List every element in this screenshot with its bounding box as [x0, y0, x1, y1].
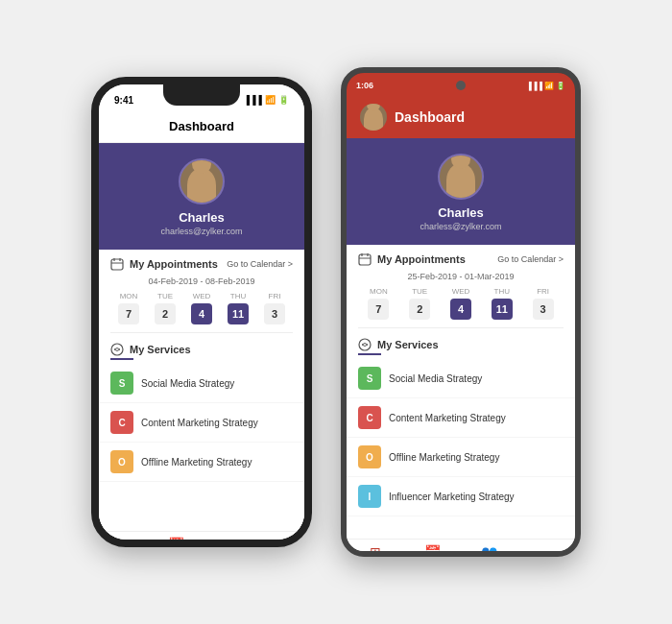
ios-profile-section: Charles charless@zylker.com — [99, 143, 304, 250]
android-nav-calendar[interactable]: 📅 Calendar — [404, 540, 462, 557]
android-profile-section: Charles charless@zylker.com — [347, 138, 575, 245]
android-service-o[interactable]: O Offline Marketing Strategy — [347, 438, 575, 477]
android-appointments-title-row: My Appointments — [358, 252, 466, 266]
android-status-icons: ▐▐▐ 📶 🔋 — [526, 82, 565, 90]
android-more-icon: ⋯ — [540, 544, 553, 557]
android-scroll-content[interactable]: My Appointments Go to Calendar > 25-Feb-… — [347, 245, 575, 539]
ios-services-header: My Services — [99, 337, 304, 358]
android-nav-more[interactable]: ⋯ More — [518, 540, 576, 557]
ios-time: 9:41 — [114, 95, 133, 106]
signal-icon: ▐▐▐ — [244, 95, 262, 105]
android-nav-bar: Dashboard — [347, 96, 575, 138]
android-camera — [456, 81, 466, 90]
android-service-icon-o: O — [358, 445, 381, 468]
ios-service-c[interactable]: C Content Marketing Strategy — [99, 403, 304, 443]
android-appointments-label: My Appointments — [377, 253, 466, 265]
svg-rect-5 — [359, 254, 371, 265]
ios-cal-thu: THU 11 — [228, 292, 249, 324]
ios-service-icon-o: O — [110, 450, 133, 473]
android-avatar — [438, 154, 484, 200]
android-service-name-i: Influencer Marketing Strategy — [389, 492, 515, 502]
ios-profile-name: Charles — [179, 210, 225, 225]
ios-cal-wed: WED 4 — [191, 292, 212, 324]
android-services-icon — [358, 338, 372, 351]
android-screen: Dashboard Charles charless@zylker.com — [347, 96, 575, 557]
android-nav-dashboard[interactable]: ⊞ Dashboard — [347, 540, 404, 557]
ios-service-name-c: Content Marketing Strategy — [141, 418, 258, 428]
android-avatar-head — [451, 154, 470, 169]
ios-cal-fri: FRI 3 — [264, 292, 285, 324]
android-wifi-icon: 📶 — [544, 82, 554, 90]
svg-point-4 — [111, 344, 123, 355]
android-cal-tue: TUE 2 — [409, 287, 430, 320]
android-customers-icon: 👥 — [481, 544, 497, 557]
ios-bottom-nav: ⊞ Dashboard 📅 Calendar 👥 Customers ⋯ Mor… — [99, 531, 304, 547]
android-service-underline — [358, 353, 381, 355]
more-icon: ⋯ — [272, 537, 285, 547]
ios-cal-mon: MON 7 — [118, 292, 139, 324]
android-cal-thu: THU 11 — [492, 287, 513, 320]
ios-phone: 9:41 ▐▐▐ 📶 🔋 Dashboard Charles charless@… — [91, 77, 312, 547]
android-service-icon-i: I — [358, 485, 381, 508]
android-avatar-figure — [446, 163, 475, 198]
android-bottom-nav: ⊞ Dashboard 📅 Calendar 👥 Customers ⋯ Mor… — [347, 539, 575, 557]
ios-services-section: My Services S Social Media Strategy C Co… — [99, 333, 304, 486]
customers-icon: 👥 — [219, 537, 235, 547]
ios-nav-bar: Dashboard — [99, 111, 304, 143]
ios-status-bar: 9:41 ▐▐▐ 📶 🔋 — [99, 84, 304, 111]
battery-icon: 🔋 — [278, 95, 289, 105]
ios-appointments-title-row: My Appointments — [110, 257, 218, 271]
ios-service-underline — [110, 358, 133, 360]
ios-nav-dashboard[interactable]: ⊞ Dashboard — [99, 532, 151, 547]
ios-cal-tue: TUE 2 — [155, 292, 176, 324]
ios-screen: Dashboard Charles charless@zylker.com — [99, 111, 304, 547]
android-calendar-icon — [358, 252, 372, 266]
android-service-s[interactable]: S Social Media Strategy — [347, 359, 575, 398]
ios-service-s[interactable]: S Social Media Strategy — [99, 364, 304, 403]
phones-container: 9:41 ▐▐▐ 📶 🔋 Dashboard Charles charless@… — [72, 48, 600, 576]
android-nav-customers[interactable]: 👥 Customers — [461, 540, 518, 557]
ios-service-name-s: Social Media Strategy — [141, 378, 234, 389]
android-cal-mon: MON 7 — [368, 287, 389, 320]
services-icon — [110, 343, 124, 356]
ios-nav-calendar[interactable]: 📅 Calendar — [151, 532, 203, 547]
android-service-c[interactable]: C Content Marketing Strategy — [347, 398, 575, 438]
ios-nav-more[interactable]: ⋯ More — [253, 532, 305, 547]
ios-appointments-header: My Appointments Go to Calendar > — [99, 250, 304, 275]
android-dashboard-icon: ⊞ — [370, 544, 381, 557]
ios-service-icon-s: S — [110, 372, 133, 395]
svg-rect-0 — [111, 259, 123, 270]
ios-appointments-label: My Appointments — [130, 258, 218, 270]
android-calendar-row: MON 7 TUE 2 WED 4 THU 11 — [347, 285, 575, 327]
avatar-head — [192, 158, 211, 174]
android-appointments-header: My Appointments Go to Calendar > — [347, 245, 575, 270]
android-go-calendar[interactable]: Go to Calendar > — [497, 254, 564, 264]
android-cal-fri: FRI 3 — [533, 287, 554, 320]
android-signal-icon: ▐▐▐ — [526, 82, 542, 90]
android-services-section: My Services S Social Media Strategy C Co… — [347, 328, 575, 520]
android-service-i[interactable]: I Influencer Marketing Strategy — [347, 477, 575, 516]
android-profile-name: Charles — [438, 205, 484, 220]
android-services-header: My Services — [347, 332, 575, 353]
android-services-title: My Services — [377, 339, 439, 350]
android-calendar-nav-icon: 📅 — [424, 544, 441, 557]
android-phone: 1:06 ▐▐▐ 📶 🔋 Dashboard — [341, 67, 581, 557]
android-service-icon-s: S — [358, 367, 381, 390]
ios-service-o[interactable]: O Offline Marketing Strategy — [99, 443, 304, 482]
ios-date-range: 04-Feb-2019 - 08-Feb-2019 — [99, 275, 304, 290]
ios-service-icon-c: C — [110, 411, 133, 434]
ios-service-name-o: Offline Marketing Strategy — [141, 457, 252, 468]
calendar-nav-icon: 📅 — [168, 537, 184, 547]
ios-go-calendar[interactable]: Go to Calendar > — [227, 259, 293, 269]
android-service-name-s: Social Media Strategy — [389, 373, 482, 384]
android-service-name-c: Content Marketing Strategy — [389, 413, 506, 423]
android-service-name-o: Offline Marketing Strategy — [389, 452, 499, 463]
dashboard-icon: ⊞ — [119, 537, 131, 547]
ios-scroll-content[interactable]: My Appointments Go to Calendar > 04-Feb-… — [99, 250, 304, 531]
ios-nav-customers[interactable]: 👥 Customers — [202, 532, 253, 547]
ios-avatar — [179, 158, 225, 204]
android-nav-avatar — [360, 104, 387, 131]
android-nav-title: Dashboard — [395, 109, 465, 125]
android-battery-icon: 🔋 — [556, 82, 565, 90]
android-cal-wed: WED 4 — [450, 287, 471, 320]
